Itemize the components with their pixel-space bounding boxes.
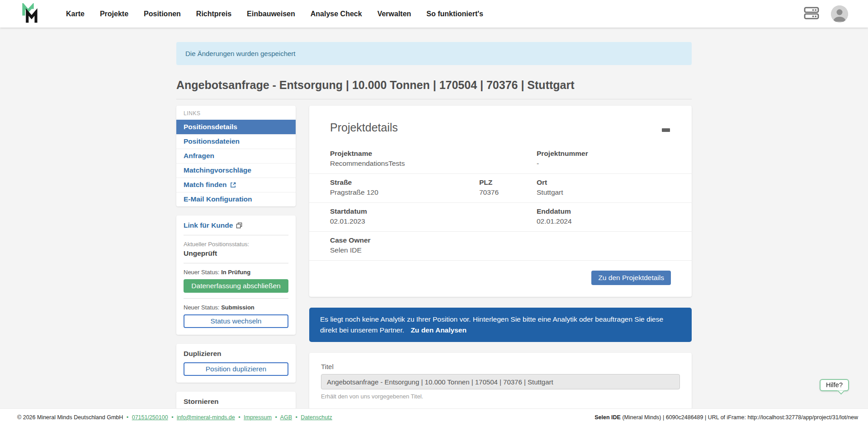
field-startdatum: Startdatum 02.01.2023 xyxy=(330,207,479,225)
help-button[interactable]: Hilfe? xyxy=(820,379,849,391)
sidebar-item-anfragen[interactable]: Anfragen xyxy=(176,149,296,163)
footer-link-email[interactable]: info@mineral-minds.de xyxy=(177,414,235,421)
server-stack-icon[interactable] xyxy=(804,6,819,22)
footer-link-agb[interactable]: AGB xyxy=(280,414,292,421)
go-to-analyses-link[interactable]: Zu den Analysen xyxy=(410,326,466,334)
copy-icon xyxy=(236,222,242,229)
field-value: Pragstraße 120 xyxy=(330,188,479,197)
main-navigation: Karte Projekte Positionen Richtpreis Ein… xyxy=(66,10,483,18)
links-card-header: LINKS xyxy=(176,106,296,120)
field-case-owner: Case Owner Selen IDE xyxy=(330,236,479,254)
switch-status-button[interactable]: Status wechseln xyxy=(184,314,288,328)
sidebar-item-label: Anfragen xyxy=(184,152,214,160)
sidebar: LINKS Positionsdetails Positionsdateien … xyxy=(176,106,296,426)
field-value: RecommendationsTests xyxy=(330,159,479,168)
mineral-minds-logo[interactable] xyxy=(22,3,41,25)
new-status-2: Neuer Status: Submission xyxy=(184,304,288,311)
copyright-text: © 2026 Mineral Minds Deutschland GmbH xyxy=(17,414,123,421)
project-details-title: Projektdetails xyxy=(330,121,671,134)
nav-item-projekte[interactable]: Projekte xyxy=(100,10,128,18)
logo-icon xyxy=(22,3,41,25)
project-details-row: Projektname RecommendationsTests Projekt… xyxy=(330,145,671,173)
nav-item-einbauweisen[interactable]: Einbauweisen xyxy=(247,10,295,18)
sidebar-item-email-konfiguration[interactable]: E-Mail Konfiguration xyxy=(176,192,296,206)
field-value: 70376 xyxy=(479,188,537,197)
links-card: LINKS Positionsdetails Positionsdateien … xyxy=(176,106,296,206)
new-status-label: Neuer Status: xyxy=(184,304,220,311)
footer-link-phone[interactable]: 07151/250100 xyxy=(132,414,168,421)
sidebar-item-positionsdetails[interactable]: Positionsdetails xyxy=(176,120,296,134)
titel-field-group: Titel Erhält den von uns vorgegebenen Ti… xyxy=(321,363,680,400)
divider xyxy=(184,235,288,235)
sidebar-item-matchingvorschlaege[interactable]: Matchingvorschläge xyxy=(176,163,296,178)
field-label: Projektnummer xyxy=(537,150,671,158)
field-label: Projektname xyxy=(330,150,479,158)
project-details-card: Projektdetails Projektname Recommendatio… xyxy=(309,106,692,297)
separator: • xyxy=(275,414,277,421)
separator: • xyxy=(127,414,128,421)
project-details-rows: Projektname RecommendationsTests Projekt… xyxy=(330,145,671,285)
footer-link-datenschutz[interactable]: Datenschutz xyxy=(301,414,332,421)
navbar-actions xyxy=(804,5,848,23)
sidebar-item-label: Positionsdateien xyxy=(184,137,240,145)
page-title-section: Angebotsanfrage - Entsorgung | 10.000 To… xyxy=(176,79,692,99)
analytics-banner-message: Es liegt noch keine Analytik zu Ihrer Po… xyxy=(320,315,663,334)
separator: • xyxy=(171,414,173,421)
user-avatar-icon[interactable] xyxy=(831,5,848,23)
external-link-icon xyxy=(230,182,236,188)
new-status-1: Neuer Status: In Prüfung xyxy=(184,269,288,276)
field-label: PLZ xyxy=(479,178,537,187)
field-label: Ort xyxy=(537,178,671,187)
page-content: Die Änderungen wurden gespeichert Angebo… xyxy=(176,42,692,426)
field-ort: Ort Stuttgart xyxy=(537,178,671,197)
field-label: Startdatum xyxy=(330,207,479,215)
field-value: Stuttgart xyxy=(537,188,671,197)
nav-item-so-funktionierts[interactable]: So funktioniert's xyxy=(426,10,483,18)
field-label: Case Owner xyxy=(330,236,479,244)
project-details-row: Startdatum 02.01.2023 Enddatum 02.01.202… xyxy=(330,203,671,231)
duplicate-card-title: Duplizieren xyxy=(184,350,288,358)
new-status-label: Neuer Status: xyxy=(184,269,220,276)
save-success-alert: Die Änderungen wurden gespeichert xyxy=(176,42,692,65)
nav-item-analyse-check[interactable]: Analyse Check xyxy=(311,10,362,18)
status-card: Link für Kunde Aktueller Positionsstatus… xyxy=(176,215,296,335)
session-user: Selen IDE xyxy=(594,414,621,421)
field-enddatum: Enddatum 02.01.2024 xyxy=(537,207,671,225)
duplicate-position-button[interactable]: Position duplizieren xyxy=(184,362,288,376)
divider xyxy=(184,298,288,299)
nav-item-positionen[interactable]: Positionen xyxy=(144,10,181,18)
sidebar-item-label: Positionsdetails xyxy=(184,123,237,131)
new-status-value: In Prüfung xyxy=(221,269,250,276)
project-details-actions: Zu den Projektdetails xyxy=(330,261,671,285)
sidebar-item-match-finden[interactable]: Match finden xyxy=(176,178,296,192)
current-status-label: Aktueller Positionsstatus: xyxy=(184,241,288,248)
field-value: 02.01.2024 xyxy=(537,217,671,225)
field-projektnummer: Projektnummer - xyxy=(537,150,671,168)
footer-left: © 2026 Mineral Minds Deutschland GmbH • … xyxy=(17,414,332,421)
main-column: Projektdetails Projektname Recommendatio… xyxy=(309,106,692,426)
duplicate-card: Duplizieren Position duplizieren xyxy=(176,344,296,383)
top-navbar: Karte Projekte Positionen Richtpreis Ein… xyxy=(0,0,868,28)
field-label: Straße xyxy=(330,178,479,187)
go-to-project-details-button[interactable]: Zu den Projektdetails xyxy=(591,271,671,285)
alert-message: Die Änderungen wurden gespeichert xyxy=(185,50,296,57)
titel-helper-text: Erhält den von uns vorgegebenen Titel. xyxy=(321,393,680,400)
field-projektname: Projektname RecommendationsTests xyxy=(330,150,479,168)
new-status-value: Submission xyxy=(221,304,255,311)
nav-item-karte[interactable]: Karte xyxy=(66,10,85,18)
customer-link-button[interactable]: Link für Kunde xyxy=(184,221,242,229)
analytics-info-banner: Es liegt noch keine Analytik zu Ihrer Po… xyxy=(309,308,692,342)
nav-item-verwalten[interactable]: Verwalten xyxy=(377,10,411,18)
field-value: 02.01.2023 xyxy=(330,217,479,225)
minus-icon[interactable] xyxy=(662,128,670,132)
complete-data-entry-button[interactable]: Datenerfassung abschließen xyxy=(184,279,288,293)
sidebar-item-positionsdateien[interactable]: Positionsdateien xyxy=(176,134,296,149)
separator: • xyxy=(238,414,240,421)
titel-input xyxy=(321,374,680,389)
footer-link-impressum[interactable]: Impressum xyxy=(244,414,272,421)
footer-session-info: Selen IDE (Mineral Minds) | 6090c2486489… xyxy=(594,414,858,421)
divider xyxy=(184,263,288,263)
sidebar-item-label: Matchingvorschläge xyxy=(184,166,251,174)
field-plz: PLZ 70376 xyxy=(479,178,537,197)
nav-item-richtpreis[interactable]: Richtpreis xyxy=(196,10,231,18)
